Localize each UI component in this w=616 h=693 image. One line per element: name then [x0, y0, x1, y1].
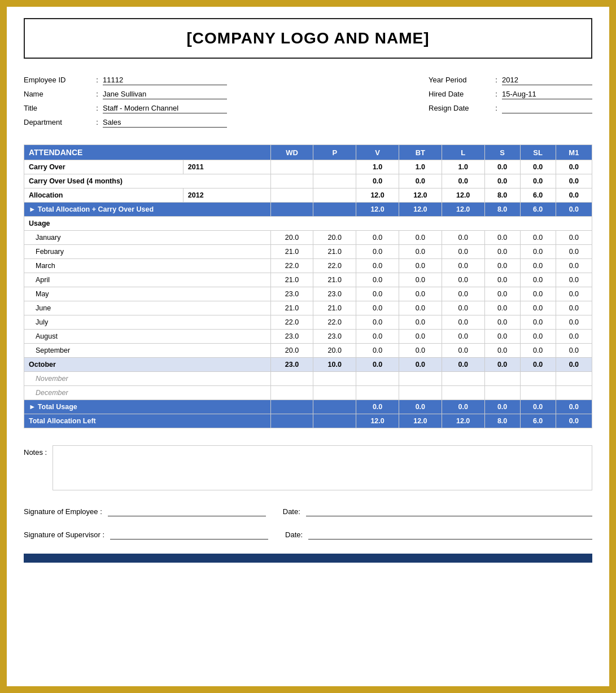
carryover-used-v: 0.0: [356, 174, 399, 188]
carryover-used-m1: 0.0: [556, 174, 592, 188]
table-row: ► Total Usage 0.0 0.0 0.0 0.0 0.0 0.0: [24, 400, 592, 414]
employee-date-label: Date:: [283, 507, 300, 516]
employee-sig-label: Signature of Employee :: [24, 507, 102, 516]
company-title: [COMPANY LOGO AND NAME]: [30, 29, 586, 47]
july-label: July: [24, 315, 271, 330]
name-row: Name : Jane Sullivan: [24, 90, 227, 99]
total-usage-v: 0.0: [356, 400, 399, 414]
employee-sig-line: [108, 507, 266, 516]
table-row: Usage: [24, 217, 592, 231]
october-l: 0.0: [442, 358, 484, 372]
footer-bar: [24, 554, 592, 563]
hired-date-label: Hired Date: [429, 90, 491, 98]
october-bt: 0.0: [399, 358, 442, 372]
name-value: Jane Sullivan: [103, 90, 227, 99]
total-usage-m1: 0.0: [556, 400, 592, 414]
october-wd: 23.0: [270, 358, 313, 372]
table-header-row: ATTENDANCE WD P V BT L S SL M1: [24, 145, 592, 160]
employee-id-colon: :: [91, 76, 103, 84]
carryover-used-label: Carry Over Used (4 months): [24, 174, 271, 188]
september-label: September: [24, 344, 271, 358]
october-m1: 0.0: [556, 358, 592, 372]
department-label: Department: [24, 118, 91, 126]
allocation-l: 12.0: [442, 188, 484, 203]
department-value: Sales: [103, 118, 227, 128]
carryover-used-s: 0.0: [484, 174, 520, 188]
total-usage-l: 0.0: [442, 400, 484, 414]
total-alloc-bt: 12.0: [399, 203, 442, 217]
table-row: September 20.020.0 0.00.00.0 0.00.00.0: [24, 344, 592, 358]
page: [COMPANY LOGO AND NAME] Employee ID : 11…: [6, 6, 610, 687]
col-v: V: [356, 145, 399, 160]
carryover-year: 2011: [183, 160, 270, 174]
carryover-wd: [270, 160, 313, 174]
carryover-used-p: [313, 174, 356, 188]
allocation-v: 12.0: [356, 188, 399, 203]
total-alloc-label: ► Total Allocation + Carry Over Used: [24, 203, 271, 217]
name-colon: :: [91, 90, 103, 98]
april-label: April: [24, 273, 271, 287]
employee-id-label: Employee ID: [24, 76, 91, 84]
table-row: October 23.0 10.0 0.0 0.0 0.0 0.0 0.0 0.…: [24, 358, 592, 372]
total-left-l: 12.0: [442, 414, 484, 428]
may-label: May: [24, 287, 271, 301]
col-bt: BT: [399, 145, 442, 160]
table-row: April 21.021.0 0.00.00.0 0.00.00.0: [24, 273, 592, 287]
allocation-m1: 0.0: [556, 188, 592, 203]
june-label: June: [24, 301, 271, 315]
table-row: January 20.020.0 0.00.00.0 0.00.00.0: [24, 231, 592, 245]
carryover-sl: 0.0: [520, 160, 556, 174]
total-left-v: 12.0: [356, 414, 399, 428]
info-right: Year Period : 2012 Hired Date : 15-Aug-1…: [429, 76, 592, 128]
allocation-label: Allocation: [24, 188, 184, 203]
allocation-sl: 6.0: [520, 188, 556, 203]
carryover-used-wd: [270, 174, 313, 188]
october-v: 0.0: [356, 358, 399, 372]
notes-box[interactable]: [53, 445, 592, 490]
total-alloc-sl: 6.0: [520, 203, 556, 217]
year-period-row: Year Period : 2012: [429, 76, 592, 85]
supervisor-sig-label: Signature of Supervisor :: [24, 530, 104, 539]
title-row: Title : Staff - Modern Channel: [24, 104, 227, 113]
employee-id-value: 11112: [103, 76, 227, 85]
col-sl: SL: [520, 145, 556, 160]
col-l: L: [442, 145, 484, 160]
signature-section: Signature of Employee : Date: Signature …: [24, 507, 592, 540]
resign-date-colon: :: [491, 104, 502, 112]
october-label: October: [24, 358, 271, 372]
carryover-m1: 0.0: [556, 160, 592, 174]
table-row: ► Total Allocation + Carry Over Used 12.…: [24, 203, 592, 217]
hired-date-colon: :: [491, 90, 502, 98]
supervisor-sig-line: [110, 530, 268, 540]
carryover-v: 1.0: [356, 160, 399, 174]
total-alloc-p: [313, 203, 356, 217]
table-row: November: [24, 372, 592, 386]
table-row: December: [24, 386, 592, 400]
table-row: Carry Over 2011 1.0 1.0 1.0 0.0 0.0 0.0: [24, 160, 592, 174]
total-left-s: 8.0: [484, 414, 520, 428]
total-alloc-m1: 0.0: [556, 203, 592, 217]
total-alloc-wd: [270, 203, 313, 217]
notes-label: Notes :: [24, 445, 47, 457]
table-row: July 22.022.0 0.00.00.0 0.00.00.0: [24, 315, 592, 330]
total-usage-bt: 0.0: [399, 400, 442, 414]
table-row: August 23.023.0 0.00.00.0 0.00.00.0: [24, 330, 592, 344]
january-label: January: [24, 231, 271, 245]
table-row: February 21.021.0 0.00.00.0 0.00.00.0: [24, 245, 592, 259]
carryover-used-bt: 0.0: [399, 174, 442, 188]
notes-section: Notes :: [24, 445, 592, 490]
carryover-used-l: 0.0: [442, 174, 484, 188]
attendance-table: ATTENDANCE WD P V BT L S SL M1 Carry Ove…: [24, 144, 592, 428]
info-left: Employee ID : 11112 Name : Jane Sullivan…: [24, 76, 227, 128]
supervisor-signature-row: Signature of Supervisor : Date:: [24, 530, 592, 540]
march-label: March: [24, 259, 271, 273]
october-p: 10.0: [313, 358, 356, 372]
total-usage-sl: 0.0: [520, 400, 556, 414]
allocation-s: 8.0: [484, 188, 520, 203]
department-colon: :: [91, 118, 103, 126]
total-left-bt: 12.0: [399, 414, 442, 428]
total-alloc-l: 12.0: [442, 203, 484, 217]
total-left-label: Total Allocation Left: [24, 414, 271, 428]
carryover-p: [313, 160, 356, 174]
company-header: [COMPANY LOGO AND NAME]: [24, 18, 592, 59]
